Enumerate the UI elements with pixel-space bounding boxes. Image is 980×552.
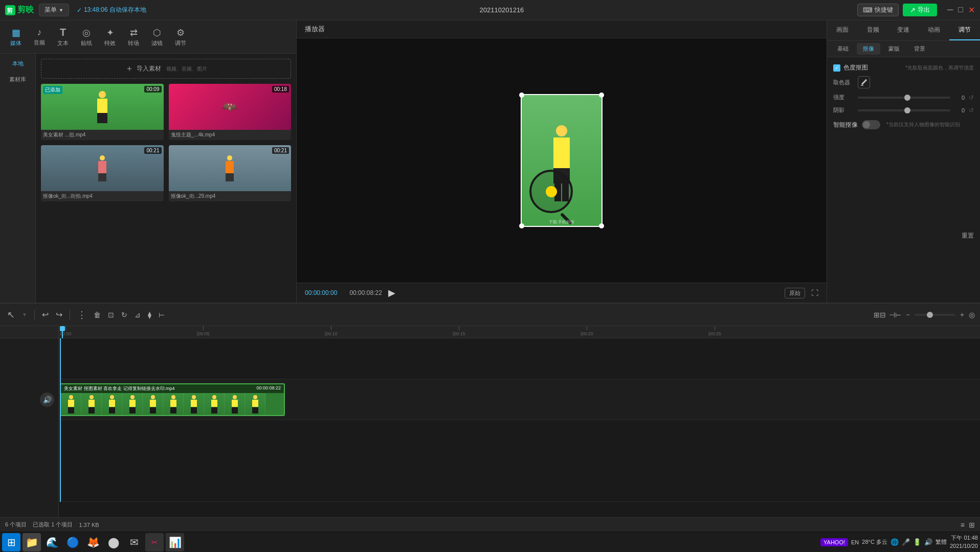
split-button[interactable]: ⋮ — [75, 307, 88, 323]
sidebar-item-library[interactable]: 素材库 — [0, 72, 35, 87]
redo-button[interactable]: ↪ — [54, 308, 64, 321]
taskbar-file-explorer[interactable]: 📁 — [23, 533, 41, 551]
tab-adjust[interactable]: 调节 — [949, 20, 980, 40]
clip-frame — [245, 393, 265, 415]
media-item[interactable]: 🦇 00:18 鬼怪主题_...4k.mp4 — [169, 84, 292, 140]
play-button[interactable]: ▶ — [388, 287, 395, 298]
start-button[interactable]: ⊞ — [2, 533, 20, 551]
media-item[interactable]: 00:21 抠像ok_街...街拍.mp4 — [41, 145, 164, 201]
tool-text[interactable]: T 文本 — [52, 25, 74, 49]
subtab-mask[interactable]: 蒙版 — [882, 43, 906, 55]
chroma-key-checkbox[interactable]: ✓ — [833, 64, 840, 72]
player-area: 下载·手机剪映 — [297, 38, 827, 283]
timeline-clip[interactable]: 美女素材 抠图素材 喜欢拿走 记得复制链接去水印.mp4 00:00:08:22 — [60, 383, 285, 416]
corner-tl[interactable] — [519, 93, 524, 98]
taskbar-lang[interactable]: EN — [851, 539, 859, 545]
shortcut-button[interactable]: ⌨ 快捷键 — [857, 4, 899, 16]
media-thumb: 00:21 — [169, 145, 292, 191]
maximize-button[interactable]: □ — [958, 5, 963, 15]
zoom-out-button[interactable]: － — [904, 310, 911, 319]
corner-tr[interactable] — [599, 93, 604, 98]
zoom-slider[interactable] — [915, 314, 955, 316]
taskbar: ⊞ 📁 🌊 🔵 🦊 ⬤ ✉ ✂ 📊 YAHOO! EN 28°C 多云 🌐 🎤 … — [0, 532, 980, 552]
taskbar-edge[interactable]: 🌊 — [43, 533, 61, 551]
zoom-in-button[interactable]: ＋ — [959, 310, 966, 319]
track-row-main: 美女素材 抠图素材 喜欢拿走 记得复制链接去水印.mp4 00:00:08:22 — [59, 379, 980, 420]
export-button[interactable]: ↗ 导出 — [903, 4, 937, 16]
svg-text:剪: 剪 — [6, 7, 13, 14]
tool-sticker[interactable]: ◎ 贴纸 — [76, 25, 97, 49]
separator-1 — [34, 310, 35, 320]
tab-audio[interactable]: 音频 — [858, 20, 888, 40]
subtab-background[interactable]: 背景 — [908, 43, 931, 55]
taskbar-firefox[interactable]: 🦊 — [84, 533, 102, 551]
loop-button[interactable]: ↻ — [119, 309, 129, 321]
tab-picture[interactable]: 画面 — [827, 20, 858, 40]
strength-slider[interactable] — [858, 97, 950, 99]
taskbar-mail[interactable]: ✉ — [125, 533, 143, 551]
media-name: 美女素材 ...扭.mp4 — [41, 130, 164, 140]
shadow-reset-icon[interactable]: ↺ — [969, 107, 974, 114]
taskbar-volume-icon[interactable]: 🔊 — [924, 538, 932, 546]
tab-speed[interactable]: 变速 — [888, 20, 919, 40]
original-button[interactable]: 原始 — [785, 288, 805, 298]
close-button[interactable]: ✕ — [968, 5, 975, 15]
fit-button[interactable]: ⊞⊟ — [874, 311, 886, 319]
fullscreen-button[interactable]: ⛶ — [811, 289, 818, 297]
media-item[interactable]: 已添加 00:09 美女素材 ...扭.mp4 — [41, 84, 164, 140]
align-button[interactable]: ⊣⊢ — [889, 311, 901, 319]
delete-button[interactable]: 🗑 — [92, 309, 103, 321]
smart-matting-toggle[interactable] — [862, 120, 880, 129]
color-picker-button[interactable] — [858, 76, 870, 88]
corner-br[interactable] — [599, 223, 604, 228]
menu-button[interactable]: 菜单 ▼ — [39, 4, 69, 16]
subtab-basic[interactable]: 基础 — [831, 43, 855, 55]
undo-button[interactable]: ↩ — [40, 308, 51, 321]
cursor-tool[interactable]: ↖ — [5, 307, 17, 323]
clip-frame — [163, 393, 184, 415]
chroma-key-hint: *先取取画面颜色，再调节强度 — [905, 64, 974, 72]
audio-toggle-button[interactable]: 🔊 — [40, 393, 54, 407]
taskbar-app1[interactable]: ✂ — [145, 533, 164, 551]
chroma-key-section: ✓ 色度抠图 *先取取画面颜色，再调节强度 — [833, 63, 974, 72]
subtab-keying[interactable]: 抠像 — [857, 43, 880, 55]
tool-media[interactable]: ▦ 媒体 — [5, 25, 27, 49]
tool-audio[interactable]: ♪ 音频 — [29, 25, 50, 49]
keyframe-button[interactable]: ⧫ — [146, 309, 153, 321]
trim-button[interactable]: ⊢ — [157, 309, 167, 321]
fit-timeline-button[interactable]: ◎ — [969, 311, 975, 319]
strength-reset-icon[interactable]: ↺ — [969, 94, 974, 101]
media-name: 抠像ok_街...街拍.mp4 — [41, 191, 164, 201]
sidebar-item-local[interactable]: 本地 — [0, 56, 35, 72]
list-view-icon[interactable]: ≡ — [961, 521, 965, 529]
cursor-dropdown[interactable]: ▼ — [20, 310, 29, 319]
frame-person — [230, 395, 240, 413]
frame-person — [168, 395, 179, 413]
tool-transitions[interactable]: ⇄ 转场 — [123, 25, 144, 49]
mirror-button[interactable]: ⊿ — [132, 309, 143, 321]
taskbar-yahoo[interactable]: YAHOO! — [820, 538, 848, 546]
taskbar-chrome2[interactable]: ⬤ — [104, 533, 123, 551]
shadow-slider[interactable] — [858, 109, 950, 111]
tool-filters[interactable]: ⬡ 滤镜 — [146, 25, 168, 49]
taskbar-app2[interactable]: 📊 — [166, 533, 184, 551]
grid-view-icon[interactable]: ⊞ — [969, 521, 975, 529]
app-name: 剪映 — [17, 5, 34, 15]
frame-person — [86, 395, 97, 413]
taskbar-chrome[interactable]: 🔵 — [63, 533, 82, 551]
media-item[interactable]: 00:21 抠像ok_街...29.mp4 — [169, 145, 292, 201]
frame-person — [148, 395, 158, 413]
tab-animation[interactable]: 动画 — [919, 20, 949, 40]
clip-frame — [225, 393, 245, 415]
tool-adjust[interactable]: ⚙ 调节 — [170, 25, 191, 49]
tool-effects[interactable]: ✦ 特效 — [99, 25, 121, 49]
minimize-button[interactable]: ─ — [947, 5, 953, 15]
import-button[interactable]: ＋ 导入素材 视频、音频、图片 — [41, 59, 291, 79]
reset-button[interactable]: 重置 — [962, 232, 974, 239]
sticker-icon: ◎ — [82, 27, 91, 38]
clip-frame — [122, 393, 143, 415]
media-toolbar: ▦ 媒体 ♪ 音频 T 文本 ◎ 贴纸 ✦ 特效 ⇄ 转场 — [0, 20, 296, 54]
corner-bl[interactable] — [519, 223, 524, 228]
crop-button[interactable]: ⊡ — [106, 309, 116, 321]
frame-person — [209, 395, 219, 413]
